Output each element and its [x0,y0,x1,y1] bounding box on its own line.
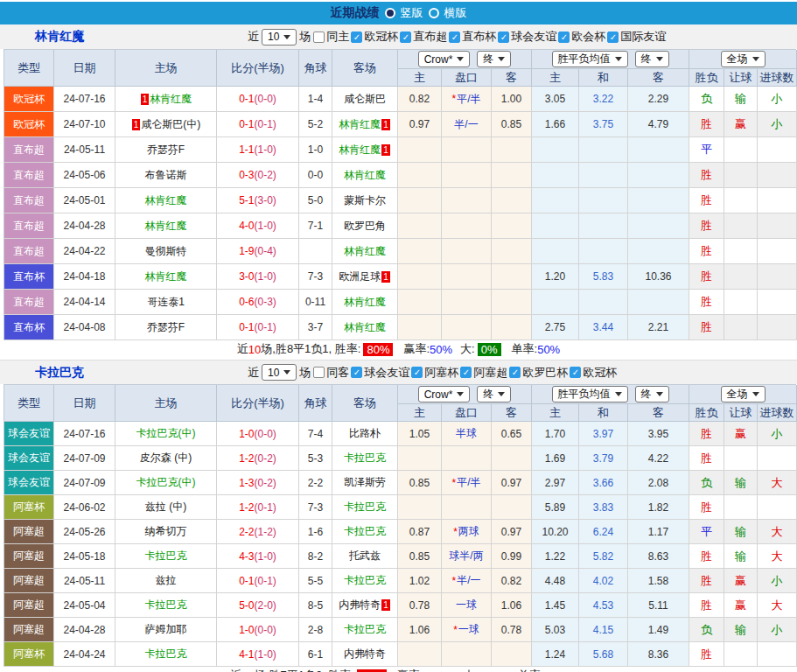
sub-column-header: 盘口 [442,69,492,87]
league-checkbox-label: 欧会杯 [571,29,605,45]
fulltime-score: 1-1 [239,144,254,156]
summary-prefix: 近 [230,668,241,672]
games-count-dropdown[interactable]: 10 [262,29,297,46]
away-team: 林肯红魔 [344,168,386,183]
home-team: 林肯红魔 [150,92,192,107]
euro-draw-odds [579,163,628,188]
avg-odds-dropdown[interactable]: 胜平负均值 [552,51,628,67]
match-date: 24-05-26 [54,520,115,544]
handicap-line: *平/半 [442,87,492,112]
handicap-away-odds: 0.82 [492,569,532,593]
live-odds-star: * [451,93,456,105]
scope-header-group: 全场 [689,385,797,404]
same-venue-checkbox[interactable]: 同主 [313,29,349,45]
home-team-cell: 乔瑟芬F [115,137,217,163]
home-team-cell: 兹拉 (中) [115,495,217,520]
scope-dropdown[interactable]: 全场 [721,51,766,67]
handicap-line [442,239,492,264]
handicap-line: *半/一 [442,569,492,593]
score-cell: 4-1(1-0) [217,642,299,667]
home-team-cell: 萨姆加耶 [115,618,217,642]
summary-prefix: 近 [237,341,248,357]
halftime-score: (0-2) [255,169,276,181]
goals-result-cell [758,290,797,315]
score-cell: 0-3(0-2) [217,163,299,188]
chevron-down-icon [656,57,663,61]
corner-score: 2-2 [299,471,332,495]
avg-odds-dropdown-value: 胜平负均值 [558,52,611,66]
euro-draw-odds: 5.82 [579,544,628,569]
match-type-badge: 直布杯 [4,315,54,340]
league-checkbox[interactable]: ✓欧罗巴杯 [509,365,568,381]
league-checkbox[interactable]: ✓国际友谊 [607,29,666,45]
fulltime-score: 1-9 [239,245,254,257]
summary-games-count: 10 [241,669,254,672]
match-date: 24-06-02 [54,495,115,520]
handicap-away-odds [492,188,532,214]
league-checkbox[interactable]: ✓球会友谊 [351,365,409,381]
same-venue-checkbox[interactable]: 同客 [313,365,349,381]
result-cell: 胜 [689,593,724,618]
horizontal-layout-radio[interactable] [429,8,439,18]
vertical-layout-radio[interactable] [385,8,395,18]
home-team: 皮尔森 (中) [140,451,192,466]
league-checkbox[interactable]: ✓球会友谊 [498,29,556,45]
handicap-home-odds: 0.85 [398,471,442,495]
team-name: 林肯红魔 [0,29,245,45]
league-checkbox[interactable]: ✓欧冠杯 [351,29,398,45]
home-team: 林肯红魔 [145,270,187,284]
league-checkbox[interactable]: ✓阿塞超 [460,365,507,381]
home-team-cell: 卡拉巴克 [115,544,217,569]
handicap-home-odds [398,642,442,667]
games-count-dropdown-value: 10 [268,367,279,379]
match-date: 24-04-24 [54,642,115,667]
euro-final-dropdown[interactable]: 终 [635,51,669,67]
filter-bar: 近10场同主✓欧冠杯✓直布超✓直布杯✓球会友谊✓欧会杯✓国际友谊 [245,29,668,46]
section-header-bar: 林肯红魔近10场同主✓欧冠杯✓直布超✓直布杯✓球会友谊✓欧会杯✓国际友谊 [0,24,797,49]
handicap-line-text: 半/一 [454,117,478,132]
home-team-cell: 曼彻斯特 [115,239,217,264]
away-team-cell: 林肯红魔1 [332,112,398,137]
league-checkbox[interactable]: ✓阿塞杯 [411,365,458,381]
league-checkbox[interactable]: ✓欧会杯 [558,29,605,45]
result-cell: 胜 [689,422,724,446]
win-rate-badge: 80% [363,343,393,356]
column-header: 类型 [4,385,54,422]
league-checkbox[interactable]: ✓欧冠杯 [570,365,617,381]
summary-label: 大: [460,341,475,357]
handicap-home-odds [398,214,442,239]
halftime-score: (0-1) [255,118,276,130]
euro-away-odds [628,290,689,315]
handicap-final-dropdown[interactable]: 终 [477,386,511,402]
fulltime-score: 0-1 [239,118,254,130]
league-checkbox[interactable]: ✓直布超 [400,29,447,45]
euro-away-odds: 2.08 [628,471,689,495]
match-type-badge: 阿塞超 [4,618,54,642]
sub-column-header: 让球 [724,404,758,422]
team-section: 卡拉巴克近10场同客✓球会友谊✓阿塞杯✓阿塞超✓欧罗巴杯✓欧冠杯类型日期主场比分… [0,360,797,672]
handicap-line-text: 平/半 [457,92,480,107]
home-team-cell: 1咸仑斯巴(中) [115,112,217,137]
handicap-home-odds: 0.97 [398,112,442,137]
scope-dropdown[interactable]: 全场 [721,386,766,402]
near-label: 近 [248,365,259,381]
rank-badge: 1 [381,119,390,130]
avg-odds-dropdown[interactable]: 胜平负均值 [552,386,628,402]
home-team: 哥连泰1 [147,295,185,310]
handicap-away-odds [492,495,532,520]
sub-column-header: 主 [532,69,579,87]
euro-draw-odds: 5.83 [579,264,628,290]
away-team-cell: 卡拉巴克 [332,495,398,520]
scope-dropdown-value: 全场 [727,387,748,402]
euro-final-dropdown[interactable]: 终 [635,386,669,402]
summary-bar: 近10场,胜8平1负1, 胜率:80%赢率:50%大:0%单率:50% [0,340,797,358]
goals-result-cell [758,239,797,264]
company-dropdown[interactable]: Crow* [418,51,471,67]
goals-result-cell [758,446,797,471]
handicap-final-dropdown[interactable]: 终 [477,51,511,67]
games-count-dropdown[interactable]: 10 [262,364,297,381]
summary-bar: 近10场,胜7平1负2, 胜率:70%赢率:42.8%大:57.1%单率:80% [0,667,797,672]
league-checkbox[interactable]: ✓直布杯 [449,29,496,45]
away-team: 卡拉巴克 [344,524,386,539]
company-dropdown[interactable]: Crow* [418,386,471,402]
